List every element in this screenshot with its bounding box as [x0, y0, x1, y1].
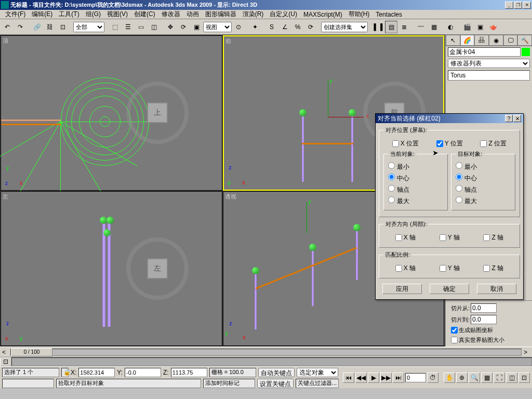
cur-min-radio[interactable]: [388, 162, 395, 169]
key-filters[interactable]: 关键点过滤器...: [296, 379, 339, 388]
angle-snap[interactable]: ∠: [278, 21, 291, 33]
time-config-button[interactable]: ⏱: [427, 373, 438, 383]
zoom-extents-button[interactable]: ⛶: [494, 373, 505, 383]
align-button[interactable]: ▤: [385, 21, 397, 33]
slice-from-input[interactable]: [471, 303, 497, 313]
pan-view-button[interactable]: ✋: [444, 373, 455, 383]
arc-rotate-button[interactable]: ⊕: [456, 373, 468, 383]
zoom-button[interactable]: 🔍: [469, 373, 480, 383]
zoom-all-button[interactable]: ◫: [506, 373, 517, 383]
current-frame-input[interactable]: [405, 373, 426, 382]
material-editor-button[interactable]: ◐: [444, 21, 457, 33]
snap-toggle[interactable]: S: [265, 21, 278, 33]
autokey-button[interactable]: 自动关键点: [258, 368, 295, 377]
coord-x-input[interactable]: [78, 368, 115, 377]
object-color-swatch[interactable]: [522, 48, 530, 56]
scale-button[interactable]: ▣: [190, 21, 203, 33]
restore-button[interactable]: ❐: [514, 2, 522, 9]
goto-end-button[interactable]: ⏭: [393, 373, 404, 383]
track-bar[interactable]: ⊡: [0, 357, 532, 366]
min-max-toggle[interactable]: ⊡: [518, 373, 530, 383]
real-world-checkbox[interactable]: [451, 337, 458, 343]
scale-x-checkbox[interactable]: [395, 265, 402, 272]
link-button[interactable]: 🔗: [31, 21, 43, 33]
menu-graph[interactable]: 图形编辑器: [202, 10, 240, 19]
layers-button[interactable]: ≣: [398, 21, 410, 33]
x-position-checkbox[interactable]: [392, 140, 399, 147]
next-frame-button[interactable]: ▶▶: [380, 373, 392, 383]
tgt-pivot-radio[interactable]: [456, 185, 462, 192]
curve-editor-button[interactable]: 〰: [415, 21, 427, 33]
dialog-help-button[interactable]: ?: [505, 115, 513, 122]
select-region-button[interactable]: ▭: [135, 21, 147, 33]
menu-group[interactable]: 组(G): [83, 10, 104, 19]
menu-modifiers[interactable]: 修改器: [158, 10, 183, 19]
viewcube-top[interactable]: 上: [126, 82, 189, 144]
prev-frame-button[interactable]: ◀◀: [355, 373, 367, 383]
undo-button[interactable]: ↶: [1, 21, 14, 33]
menu-animation[interactable]: 动画: [183, 10, 202, 19]
tgt-max-radio[interactable]: [456, 196, 462, 203]
orient-y-checkbox[interactable]: [440, 234, 446, 241]
window-crossing-button[interactable]: ◫: [148, 21, 160, 33]
close-button[interactable]: ✕: [523, 2, 531, 9]
scale-y-checkbox[interactable]: [440, 265, 446, 272]
menu-render[interactable]: 渲染(R): [240, 10, 267, 19]
time-slider-handle[interactable]: 0 / 100: [11, 348, 52, 356]
add-time-tag[interactable]: 添加时间标记: [203, 379, 255, 388]
cur-center-radio[interactable]: [388, 174, 395, 180]
ok-button[interactable]: 确定: [430, 284, 469, 294]
pivot-button[interactable]: ⊙: [232, 21, 245, 33]
select-name-button[interactable]: ☰: [122, 21, 134, 33]
menu-create[interactable]: 创建(C): [131, 10, 158, 19]
play-button[interactable]: ▶: [368, 373, 379, 383]
tab-create[interactable]: ↖: [446, 35, 460, 46]
percent-snap[interactable]: %: [291, 21, 304, 33]
coord-z-input[interactable]: [171, 368, 207, 377]
bind-button[interactable]: ⊡: [57, 21, 69, 33]
y-position-checkbox[interactable]: [436, 140, 443, 147]
modifier-stack-item[interactable]: Torus: [448, 70, 530, 81]
cancel-button[interactable]: 取消: [477, 284, 516, 294]
unlink-button[interactable]: ⛓: [44, 21, 56, 33]
quick-render-button[interactable]: 🫖: [487, 21, 499, 33]
menu-custom[interactable]: 自定义(U): [267, 10, 300, 19]
time-slider[interactable]: < 0 / 100 >: [0, 347, 532, 357]
gen-uv-checkbox[interactable]: [451, 327, 458, 334]
viewport-top[interactable]: 顶 上 x y z: [1, 35, 222, 191]
move-button[interactable]: ✥: [164, 21, 177, 33]
orient-z-checkbox[interactable]: [483, 234, 490, 241]
script-listener[interactable]: [2, 379, 54, 388]
scale-z-checkbox[interactable]: [483, 265, 490, 272]
tab-hierarchy[interactable]: 品: [474, 35, 489, 46]
fov-button[interactable]: ▦: [481, 373, 493, 383]
rotate-button[interactable]: ⟳: [177, 21, 190, 33]
coord-y-input[interactable]: [125, 368, 161, 377]
menu-views[interactable]: 视图(V): [104, 10, 131, 19]
selection-filter[interactable]: 全部: [73, 22, 104, 32]
ref-coord-system[interactable]: 视图: [203, 22, 232, 32]
slice-to-input[interactable]: [471, 315, 497, 324]
tgt-center-radio[interactable]: [456, 174, 462, 180]
schematic-button[interactable]: ▦: [428, 21, 440, 33]
redo-button[interactable]: ↷: [14, 21, 26, 33]
tab-modify[interactable]: 🌈: [460, 35, 475, 46]
menu-help[interactable]: 帮助(H): [345, 10, 373, 19]
orient-x-checkbox[interactable]: [395, 234, 402, 241]
lock-icon[interactable]: 🔒: [61, 368, 69, 377]
z-position-checkbox[interactable]: [480, 140, 487, 147]
named-selection[interactable]: 创建选择集: [321, 22, 368, 32]
tab-motion[interactable]: ◉: [489, 35, 503, 46]
spinner-snap[interactable]: ⟳: [304, 21, 317, 33]
menu-tentacles[interactable]: Tentacles: [373, 11, 405, 18]
render-setup-button[interactable]: 🎬: [461, 21, 473, 33]
viewcube-left[interactable]: 左: [126, 237, 189, 300]
manipulate-button[interactable]: ✦: [249, 21, 261, 33]
cur-max-radio[interactable]: [388, 196, 395, 203]
dialog-close-button[interactable]: ✕: [513, 115, 521, 122]
tab-display[interactable]: 🖵: [503, 35, 518, 46]
menu-maxscript[interactable]: MAXScript(M): [300, 11, 345, 18]
minimize-button[interactable]: _: [505, 2, 513, 9]
viewport-left[interactable]: 左 左 y z x: [1, 191, 222, 347]
setkey-button[interactable]: 设置关键点: [257, 379, 294, 388]
